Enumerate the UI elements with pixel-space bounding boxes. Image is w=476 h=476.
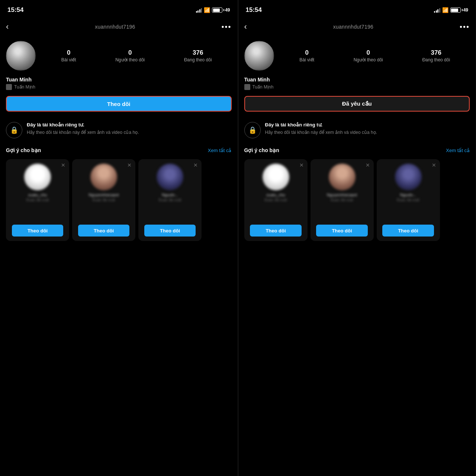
wifi-icon-right: 📶: [442, 7, 448, 13]
profile-section-right: 0 Bài viết 0 Người theo dõi 376 Đang the…: [238, 35, 476, 74]
stat-followers-right: 0 Người theo dõi: [354, 49, 383, 62]
private-desc-right: Hãy theo dõi tài khoản này để xem ảnh và…: [265, 129, 470, 136]
close-card-2-right[interactable]: ✕: [366, 162, 370, 168]
stat-posts-label-left: Bài viết: [61, 57, 76, 62]
battery-left: 49: [212, 7, 230, 13]
nav-username-right: xuannnhdut7196: [333, 24, 374, 30]
follow-btn-container-left: Theo dõi: [0, 91, 238, 116]
private-title-left: Đây là tài khoản riêng tư.: [27, 122, 232, 128]
card-sub-2-right: Được đề xuất: [331, 198, 353, 202]
stat-following-left: 376 Đang theo dõi: [184, 49, 212, 62]
lock-icon-circle-right: 🔒: [244, 122, 261, 138]
card-follow-label-3-right: Theo dõi: [398, 228, 418, 234]
follow-button-left[interactable]: Theo dõi: [6, 96, 232, 112]
private-notice-left: 🔒 Đây là tài khoản riêng tư. Hãy theo dõ…: [0, 116, 238, 144]
stat-following-label-right: Đang theo dõi: [422, 57, 450, 62]
card-follow-btn-1-left[interactable]: Theo dõi: [12, 225, 64, 237]
stat-following-right: 376 Đang theo dõi: [422, 49, 450, 62]
private-notice-right: 🔒 Đây là tài khoản riêng tư. Hãy theo dõ…: [238, 116, 476, 144]
back-button-right[interactable]: ‹: [244, 22, 247, 32]
stat-followers-left: 0 Người theo dõi: [115, 49, 145, 62]
nav-bar-right: ‹ xuannnhdut7196 •••: [238, 19, 476, 35]
card-follow-btn-3-left[interactable]: Theo dõi: [144, 225, 196, 237]
card-follow-btn-2-right[interactable]: Theo dõi: [316, 225, 368, 237]
card-avatar-3-right: [395, 164, 422, 190]
card-follow-btn-2-left[interactable]: Theo dõi: [78, 225, 130, 237]
more-button-left[interactable]: •••: [221, 23, 231, 31]
stat-followers-label-left: Người theo dõi: [115, 57, 145, 62]
profile-info-left: Tuan Minh Tuấn Mịnh: [0, 74, 238, 91]
suggestion-card-1-right: ✕ xuatu_chu Được đề xuất Theo dõi: [244, 159, 308, 241]
card-follow-label-2-right: Theo dõi: [332, 228, 352, 234]
stat-posts-left: 0 Bài viết: [61, 49, 76, 62]
stat-posts-number-left: 0: [67, 49, 70, 57]
lock-icon-circle-left: 🔒: [6, 122, 22, 138]
stats-container-left: 0 Bài viết 0 Người theo dõi 376 Đang the…: [42, 49, 232, 62]
card-sub-2-left: Được đề xuất: [93, 198, 115, 202]
see-all-left[interactable]: Xem tất cả: [208, 148, 232, 153]
card-sub-3-left: Được đề xuất: [159, 198, 181, 202]
suggestion-card-2-left: ✕ NguyenHoicaant Được đề xuất Theo dõi: [72, 159, 135, 241]
meta-text-right: Tuấn Mịnh: [253, 84, 274, 90]
card-follow-btn-1-right[interactable]: Theo dõi: [250, 225, 302, 237]
suggestion-cards-left: ✕ xuatu_chu Được đề xuất Theo dõi ✕ Nguy…: [0, 156, 238, 244]
stats-container-right: 0 Bài viết 0 Người theo dõi 376 Đang the…: [280, 49, 470, 62]
follow-button-right[interactable]: Đã yêu cầu: [244, 96, 470, 112]
nav-username-left: xuannnhdut7196: [95, 24, 135, 30]
battery-text-right: 49: [463, 7, 468, 13]
profile-name-left: Tuan Minh: [6, 77, 232, 83]
status-bar-right: 15:54 📶 49: [238, 0, 476, 19]
suggestion-card-3-right: ✕ Nguoln... Được đề xuất Theo dõi: [377, 159, 440, 241]
meta-text-left: Tuấn Mịnh: [14, 84, 35, 90]
meta-icon-left: [6, 84, 12, 90]
stat-following-number-left: 376: [193, 49, 203, 57]
close-card-3-right[interactable]: ✕: [432, 162, 436, 168]
see-all-right[interactable]: Xem tất cả: [446, 148, 470, 153]
stat-posts-right: 0 Bài viết: [299, 49, 314, 62]
close-card-1-right[interactable]: ✕: [299, 162, 304, 168]
card-follow-label-3-left: Theo dõi: [160, 228, 180, 234]
private-text-right: Đây là tài khoản riêng tư. Hãy theo dõi …: [265, 122, 470, 136]
battery-right: 49: [450, 7, 468, 13]
suggestions-title-right: Gợi ý cho bạn: [244, 147, 279, 153]
stat-following-number-right: 376: [431, 49, 441, 57]
stat-posts-number-right: 0: [305, 49, 308, 57]
stat-followers-label-right: Người theo dõi: [354, 57, 383, 62]
status-time-left: 15:54: [7, 6, 23, 14]
profile-meta-right: Tuấn Mịnh: [244, 84, 470, 90]
suggestions-header-right: Gợi ý cho bạn Xem tất cả: [238, 144, 476, 156]
card-avatar-1-right: [263, 164, 289, 190]
back-button-left[interactable]: ‹: [6, 22, 9, 32]
profile-meta-left: Tuấn Mịnh: [6, 84, 232, 90]
profile-info-right: Tuan Minh Tuấn Mịnh: [238, 74, 476, 91]
lock-icon-left: 🔒: [10, 126, 18, 134]
card-follow-label-1-right: Theo dõi: [266, 228, 286, 234]
suggestion-card-3-left: ✕ Nguoln... Được đề xuất Theo dõi: [138, 159, 202, 241]
card-sub-1-left: Được đề xuất: [26, 198, 49, 202]
card-name-3-left: Nguoln...: [162, 193, 178, 197]
follow-button-label-left: Theo dõi: [107, 101, 131, 107]
card-follow-label-2-left: Theo dõi: [94, 228, 114, 234]
private-desc-left: Hãy theo dõi tài khoản này để xem ảnh và…: [27, 129, 232, 136]
close-card-1-left[interactable]: ✕: [61, 162, 65, 168]
follow-btn-container-right: Đã yêu cầu: [238, 91, 476, 116]
stat-followers-number-left: 0: [128, 49, 132, 57]
more-button-right[interactable]: •••: [460, 23, 470, 31]
avatar-left: [6, 41, 36, 71]
meta-icon-right: [244, 84, 250, 90]
profile-section-left: 0 Bài viết 0 Người theo dõi 376 Đang the…: [0, 35, 238, 74]
left-panel: 15:54 📶 49 ‹ xuannnhdut7196 •••: [0, 0, 238, 476]
profile-name-right: Tuan Minh: [244, 77, 470, 83]
status-bar-left: 15:54 📶 49: [0, 0, 238, 19]
card-name-3-right: Nguoln...: [400, 193, 416, 197]
right-panel: 15:54 📶 49 ‹ xuannnhdut7196 •••: [238, 0, 476, 476]
card-sub-1-right: Được đề xuất: [264, 198, 287, 202]
follow-button-label-right: Đã yêu cầu: [342, 100, 372, 107]
status-icons-right: 📶 49: [434, 7, 468, 13]
signal-icon-left: [196, 8, 202, 13]
close-card-2-left[interactable]: ✕: [127, 162, 132, 168]
close-card-3-left[interactable]: ✕: [193, 162, 198, 168]
card-follow-btn-3-right[interactable]: Theo dõi: [382, 225, 434, 237]
suggestion-cards-right: ✕ xuatu_chu Được đề xuất Theo dõi ✕ Nguy…: [238, 156, 476, 244]
suggestion-card-1-left: ✕ xuatu_chu Được đề xuất Theo dõi: [6, 159, 69, 241]
